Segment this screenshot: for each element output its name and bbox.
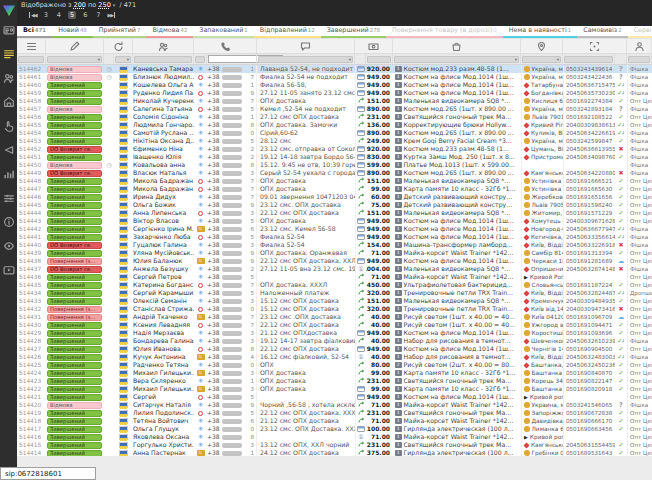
- hand-icon[interactable]: [2, 119, 15, 132]
- table-row[interactable]: 514460ЗавершенийКошелева Ольга А...✳+381…: [17, 81, 652, 89]
- column-header-chat-icon[interactable]: [257, 39, 355, 53]
- column-header-list-icon[interactable]: [17, 39, 46, 53]
- page-button[interactable]: 4: [55, 11, 63, 19]
- page-button[interactable]: 6: [81, 11, 89, 19]
- status-badge: Відмова: [47, 74, 102, 81]
- order-total: 450.00: [366, 281, 393, 289]
- tab-відмова[interactable]: Відмова42: [146, 26, 193, 38]
- app-logo[interactable]: [2, 2, 16, 15]
- info-icon[interactable]: [2, 215, 15, 228]
- product-summary: 1Ультрафиолетовая бактерицид...: [393, 281, 521, 289]
- column-header-refresh-icon[interactable]: [104, 39, 133, 53]
- table-row[interactable]: 514443ЗавершенийВіктор Власов✳+385ОПХ до…: [17, 217, 652, 225]
- table-row[interactable]: 514415ЗавершенийГоргулько Христи...✳+383…: [17, 441, 652, 449]
- table-row[interactable]: 514461Відмова◷Близнюк Людмил...+387Фиалк…: [17, 73, 652, 81]
- filter-dropdown[interactable]: ▾: [47, 56, 102, 63]
- table-row[interactable]: 514429ЗавершенийНадія Мерзаєва✳+38321.12…: [17, 329, 652, 337]
- table-row[interactable]: 514419ЗавершенийЛилия Подолинск...+38522…: [17, 409, 652, 417]
- id-card-icon[interactable]: [2, 23, 15, 36]
- table-row[interactable]: 514440DO Возврат ск.Гуцалюк Галина✳+383Ф…: [17, 241, 652, 249]
- stats-icon[interactable]: [2, 167, 15, 180]
- filter-dropdown[interactable]: ▾: [258, 56, 353, 63]
- filter-dropdown[interactable]: ▾: [115, 56, 131, 63]
- table-row[interactable]: 514425ЗавершенийРадченко Тетяна✳+380ОПХ8…: [17, 361, 652, 369]
- table-row[interactable]: 514454ЗавершенийСамотій Руслана ...✳+380…: [17, 129, 652, 137]
- table-row[interactable]: 514437DO Возврат ск.Анжела Безушку✳+3822…: [17, 265, 652, 273]
- table-row[interactable]: 514418ЗавершенийТетяна Войтович✳+38621.1…: [17, 417, 652, 425]
- table-row[interactable]: 514431Повернення (з...Андрій Ткаченкоlc+…: [17, 313, 652, 321]
- table-row[interactable]: 514423ЗавершенийВера Скляренко✳+381ОПХ д…: [17, 377, 652, 385]
- table-row[interactable]: 514421ЗавершенийСергей+385949.001Костюм …: [17, 393, 652, 401]
- table-row[interactable]: 514427ЗавершенийЮлия Иванова+38822.12 см…: [17, 345, 652, 353]
- column-header-scan-icon[interactable]: [563, 39, 627, 53]
- table-row[interactable]: 514434ЗавершенийСергей Карамыши...✳+385Н…: [17, 289, 652, 297]
- table-row[interactable]: 514459ЗавершенийРуденко Лидия Па...+3892…: [17, 89, 652, 97]
- column-header-location-icon[interactable]: [521, 39, 563, 53]
- table-row[interactable]: 514462Відмова◷Каневська Тамара✳+381Лаван…: [17, 65, 652, 73]
- filter-dropdown[interactable]: [195, 56, 205, 63]
- table-row[interactable]: 514432Повернення (з...Станіслав Стрижа..…: [17, 305, 652, 313]
- table-row[interactable]: 514441ЗавершенийЗахарченко Люба+385Фиалк…: [17, 233, 652, 241]
- table-row[interactable]: 514446ЗавершенийИрина Дидух✳+38709.01 зв…: [17, 193, 652, 201]
- table-row[interactable]: 514424ЗавершенийМихаил Гилецьки...lc+383…: [17, 369, 652, 377]
- contacts-icon[interactable]: [2, 71, 15, 84]
- table-row[interactable]: 514416ЗавершенийЯковлева Оксана✳+388①71.…: [17, 433, 652, 441]
- table-row[interactable]: 514442ЗавершенийСергієнко Ірина М...lc+3…: [17, 225, 652, 233]
- warehouse-icon[interactable]: [2, 95, 15, 108]
- column-header-users-icon[interactable]: [133, 39, 194, 53]
- table-row[interactable]: 514457ВідмоваСалегина Татьяна+385Кемел ,…: [17, 105, 652, 113]
- table-row[interactable]: 514433ЗавершенийОлексій Семанін✳+38315.1…: [17, 297, 652, 305]
- filter-dropdown[interactable]: [18, 56, 44, 63]
- campaign-icon[interactable]: [2, 143, 15, 156]
- tune-icon[interactable]: [2, 191, 15, 204]
- first-page-button[interactable]: ◀◀: [29, 12, 37, 18]
- filter-dropdown[interactable]: [564, 56, 613, 63]
- table-row[interactable]: 514444ЗавершенийАнна Липенська+38322.12 …: [17, 209, 652, 217]
- table-row[interactable]: 514420ВідмоваСитарчук Наталія✳+389Чорний…: [17, 401, 652, 409]
- tab-повернення-товару-в-дорозі-[interactable]: Повернення товару (в дорозі)0: [386, 26, 503, 38]
- filter-dropdown[interactable]: [628, 56, 650, 63]
- page-button[interactable]: 5: [68, 11, 76, 19]
- column-header-edit-icon[interactable]: [46, 39, 104, 53]
- filter-dropdown[interactable]: [367, 56, 391, 63]
- table-row[interactable]: 514455ЗавершенийЛюдмила Гончаро...✳+388О…: [17, 121, 652, 129]
- table-row[interactable]: 514447ЗавершенийМикола Бадражан+387ОПХ д…: [17, 185, 652, 193]
- table-row[interactable]: 514448ЗавершенийМикола Бадражан+387ОПХ д…: [17, 177, 652, 185]
- table-row[interactable]: 514453ЗавершенийНікітіна Оксана Д...✳+38…: [17, 137, 652, 145]
- filter-dropdown[interactable]: ▾: [522, 56, 561, 63]
- page-button[interactable]: 3: [42, 11, 50, 19]
- table-row[interactable]: 514428ЗавершенийБондарева Галина✳+38319.…: [17, 337, 652, 345]
- tracking-number: 0501690666170: [563, 417, 615, 425]
- page-button[interactable]: 7: [94, 11, 102, 19]
- table-row[interactable]: 514417ЗавершенийОльга Глущук✳+38023.12 с…: [17, 425, 652, 433]
- orders-icon[interactable]: [2, 47, 15, 60]
- range-from[interactable]: 200: [74, 1, 86, 9]
- last-page-button[interactable]: ▶▶: [107, 12, 115, 18]
- range-caret-icon[interactable]: ▾: [113, 2, 116, 8]
- table-row[interactable]: 514445ЗавершенийОльга Божик✳+38923.12 см…: [17, 201, 652, 209]
- table-row[interactable]: 514435ЗавершенийКатерина Богданс...+387О…: [17, 281, 652, 289]
- column-header-phone-icon[interactable]: [194, 39, 257, 53]
- phone-prefix: +38: [207, 81, 220, 89]
- table-row[interactable]: 514439ЗавершенийУляна Мусійовськ...✳+389…: [17, 249, 652, 257]
- table-row[interactable]: 514452DO Возврат ск.Єфименко Ніна✳+38223…: [17, 145, 652, 153]
- table-row[interactable]: 514436ЗавершенийСергей Петров✳+38571.001…: [17, 273, 652, 281]
- column-header-bag-icon[interactable]: [393, 39, 521, 53]
- column-header-money-icon[interactable]: [355, 39, 393, 53]
- eye-icon[interactable]: [2, 239, 15, 252]
- table-row[interactable]: 514450Відмова◷Ковальова анна✳+38815.12. …: [17, 161, 652, 169]
- column-header-person-icon[interactable]: [627, 39, 652, 53]
- range-to[interactable]: 250: [98, 1, 110, 9]
- table-row[interactable]: 514456ЗавершенийСоломія Сідоніна✳+38127.…: [17, 113, 652, 121]
- table-row[interactable]: 514458ЗавершенийНиколай Кучеренк...✳+387…: [17, 97, 652, 105]
- video-icon[interactable]: [2, 263, 15, 276]
- table-row[interactable]: 514422ЗавершенийМихаил Гилецьки...lc+383…: [17, 385, 652, 393]
- table-row[interactable]: 514430ЗавершенийКсения Левадняя+38722.12…: [17, 321, 652, 329]
- table-row[interactable]: 514451ЗавершенийІващенко Юлія✳+38219.12 …: [17, 153, 652, 161]
- table-row[interactable]: 514449DO Возврат ск.Власюк Наталья✳+383С…: [17, 169, 652, 177]
- table-row[interactable]: 514438Повернення (з...Юлия Баланюкlc+389…: [17, 257, 652, 265]
- tab-самовивіз[interactable]: Самовивіз2: [577, 26, 627, 38]
- filter-dropdown[interactable]: [134, 56, 192, 63]
- table-row[interactable]: 514426ЗавершенийКучук Антонинаlc+38416.1…: [17, 353, 652, 361]
- filter-dropdown[interactable]: ▾: [394, 56, 519, 63]
